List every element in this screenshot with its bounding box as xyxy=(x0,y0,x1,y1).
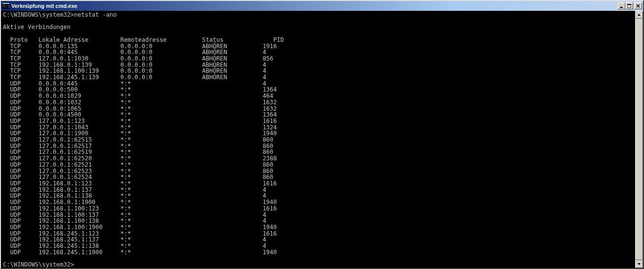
minimize-button[interactable] xyxy=(617,2,625,9)
window-title: Verknüpfung mit cmd.exe xyxy=(11,1,617,10)
scroll-track[interactable] xyxy=(635,19,643,260)
client-area: C:\WINDOWS\system32>netstat -ano Aktive … xyxy=(1,11,643,268)
svg-rect-5 xyxy=(627,4,631,5)
terminal-output[interactable]: C:\WINDOWS\system32>netstat -ano Aktive … xyxy=(1,11,635,268)
svg-text:C:\: C:\ xyxy=(3,4,9,8)
scroll-up-button[interactable] xyxy=(635,11,643,19)
scroll-down-button[interactable] xyxy=(635,260,643,268)
svg-rect-1 xyxy=(2,3,9,4)
cmd-window: C:\ Verknüpfung mit cmd.exe C:\WINDOWS\s… xyxy=(0,0,644,269)
svg-rect-3 xyxy=(620,7,623,8)
window-controls xyxy=(617,2,642,9)
scroll-thumb[interactable] xyxy=(635,19,643,260)
titlebar[interactable]: C:\ Verknüpfung mit cmd.exe xyxy=(1,1,643,11)
close-button[interactable] xyxy=(634,2,642,9)
maximize-button[interactable] xyxy=(625,2,633,9)
vertical-scrollbar[interactable] xyxy=(635,11,643,268)
cmd-icon: C:\ xyxy=(2,2,10,10)
